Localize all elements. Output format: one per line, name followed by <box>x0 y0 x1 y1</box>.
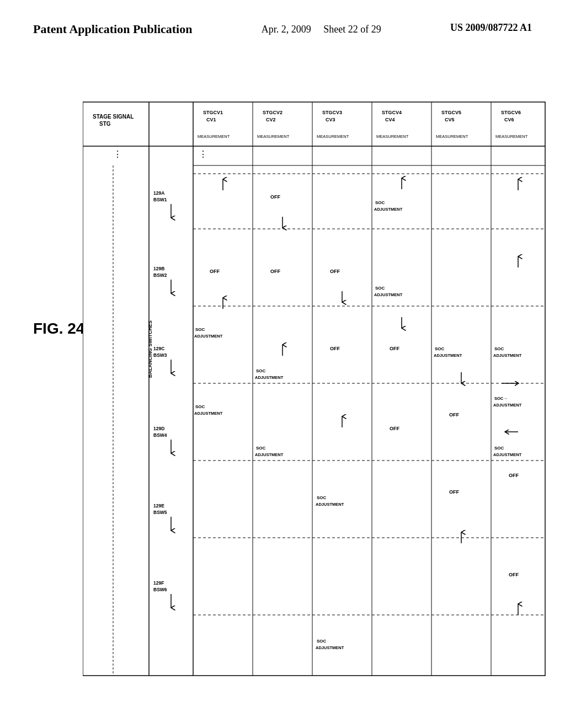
svg-text:BSW4: BSW4 <box>153 432 167 438</box>
svg-text:STGCV3: STGCV3 <box>322 110 342 115</box>
svg-text:BSW3: BSW3 <box>153 352 167 358</box>
svg-text:CV4: CV4 <box>385 117 395 122</box>
svg-text:ADJUSTMENT: ADJUSTMENT <box>255 452 284 457</box>
svg-text:129B: 129B <box>153 266 164 271</box>
svg-text:ADJUSTMENT: ADJUSTMENT <box>374 207 403 212</box>
svg-text:ADJUSTMENT: ADJUSTMENT <box>374 292 403 297</box>
publication-date: Apr. 2, 2009 <box>262 24 311 35</box>
svg-text:129C: 129C <box>153 346 164 351</box>
svg-text:CV1: CV1 <box>206 117 216 122</box>
page-header: Patent Application Publication Apr. 2, 2… <box>0 0 565 37</box>
svg-text:ADJUSTMENT: ADJUSTMENT <box>255 375 284 380</box>
svg-text:SOC: SOC <box>375 200 385 205</box>
svg-text:OFF: OFF <box>210 269 220 274</box>
svg-text:SOC: SOC <box>435 346 445 351</box>
svg-text:BSW6: BSW6 <box>153 587 167 592</box>
svg-text:SOC: SOC <box>317 495 327 500</box>
svg-text:MEASUREMENT: MEASUREMENT <box>198 134 230 139</box>
svg-text:OFF: OFF <box>390 426 399 431</box>
svg-text:⋮: ⋮ <box>113 149 122 159</box>
svg-text:CV2: CV2 <box>266 117 276 122</box>
svg-text:CV6: CV6 <box>504 117 514 122</box>
svg-text:SOC: SOC <box>494 346 504 351</box>
svg-text:SOC: SOC <box>375 286 385 291</box>
svg-text:OFF: OFF <box>270 269 280 274</box>
svg-text:CV3: CV3 <box>326 117 335 122</box>
svg-text:STGCV2: STGCV2 <box>263 110 282 115</box>
svg-text:ADJUSTMENT: ADJUSTMENT <box>493 452 522 457</box>
svg-text:129E: 129E <box>153 503 164 508</box>
svg-text:STGCV4: STGCV4 <box>382 110 402 115</box>
svg-text:SOC: SOC <box>317 639 327 644</box>
svg-text:SOC: SOC <box>256 446 266 451</box>
svg-text:STGCV6: STGCV6 <box>501 110 521 115</box>
svg-text:ADJUSTMENT: ADJUSTMENT <box>316 502 344 507</box>
svg-text:SOC: SOC <box>195 327 205 332</box>
svg-text:SOC→: SOC→ <box>494 396 508 401</box>
svg-text:ADJUSTMENT: ADJUSTMENT <box>194 334 223 339</box>
svg-text:ADJUSTMENT: ADJUSTMENT <box>316 645 344 650</box>
svg-text:STG: STG <box>99 121 111 127</box>
svg-text:MEASUREMENT: MEASUREMENT <box>257 134 290 139</box>
svg-text:MEASUREMENT: MEASUREMENT <box>376 134 409 139</box>
svg-text:SOC: SOC <box>494 446 504 451</box>
timing-diagram: STAGE SIGNAL STG STGCV1 CV1 MEASUREMENT … <box>83 88 546 695</box>
svg-text:129D: 129D <box>153 426 164 431</box>
svg-text:ADJUSTMENT: ADJUSTMENT <box>434 353 462 358</box>
svg-text:STGCV1: STGCV1 <box>203 110 223 115</box>
figure-label: FIG. 24 <box>33 320 84 338</box>
svg-text:BSW5: BSW5 <box>153 510 167 515</box>
svg-text:OFF: OFF <box>270 194 280 200</box>
svg-text:129A: 129A <box>153 190 164 196</box>
svg-text:⋮: ⋮ <box>199 149 207 159</box>
svg-text:ADJUSTMENT: ADJUSTMENT <box>493 353 522 358</box>
svg-text:ADJUSTMENT: ADJUSTMENT <box>493 403 522 408</box>
svg-text:STGCV5: STGCV5 <box>441 110 461 115</box>
diagram-svg: STAGE SIGNAL STG STGCV1 CV1 MEASUREMENT … <box>83 88 546 695</box>
svg-text:OFF: OFF <box>509 473 519 478</box>
svg-text:STAGE SIGNAL: STAGE SIGNAL <box>93 114 134 120</box>
svg-text:CV5: CV5 <box>445 117 455 122</box>
svg-text:BSW2: BSW2 <box>153 272 167 278</box>
svg-text:BSW1: BSW1 <box>153 197 167 202</box>
svg-text:OFF: OFF <box>390 346 399 351</box>
sheet-info: Sheet 22 of 29 <box>323 24 381 35</box>
svg-text:OFF: OFF <box>449 412 459 417</box>
svg-text:BALANCING SWITCHES: BALANCING SWITCHES <box>147 320 153 378</box>
svg-text:129F: 129F <box>153 580 164 586</box>
svg-text:OFF: OFF <box>330 346 340 351</box>
svg-text:OFF: OFF <box>509 572 519 577</box>
svg-text:MEASUREMENT: MEASUREMENT <box>436 134 468 139</box>
svg-text:SOC: SOC <box>256 368 266 373</box>
svg-text:OFF: OFF <box>449 489 459 495</box>
publication-info: Apr. 2, 2009 Sheet 22 of 29 <box>262 22 381 37</box>
patent-number: US 2009/087722 A1 <box>450 22 532 34</box>
svg-text:OFF: OFF <box>330 269 340 274</box>
svg-rect-0 <box>83 102 545 676</box>
svg-text:MEASUREMENT: MEASUREMENT <box>317 134 349 139</box>
publication-title: Patent Application Publication <box>33 22 192 36</box>
svg-text:MEASUREMENT: MEASUREMENT <box>495 134 528 139</box>
svg-text:SOC: SOC <box>195 404 205 409</box>
svg-text:ADJUSTMENT: ADJUSTMENT <box>194 411 223 416</box>
